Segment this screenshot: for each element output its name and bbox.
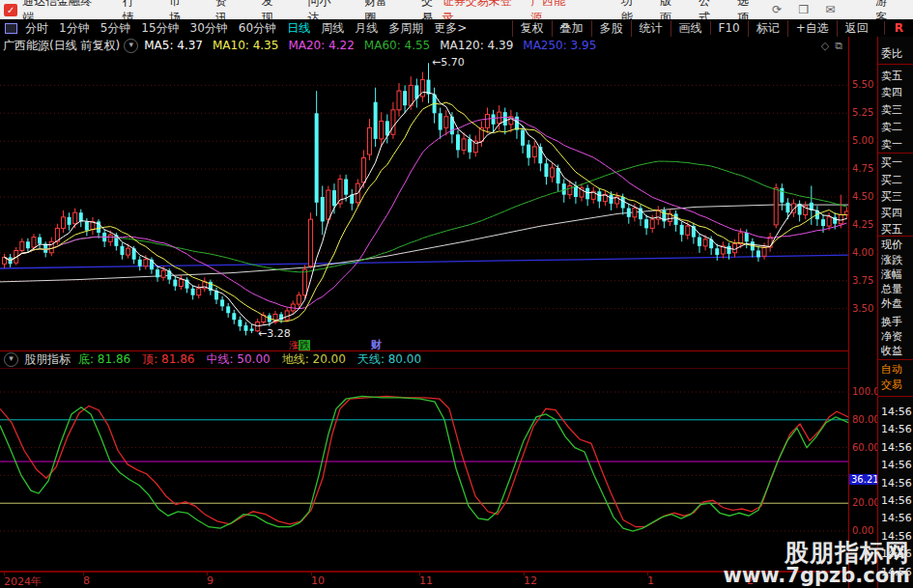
tool-复权[interactable]: 复权 bbox=[512, 20, 552, 37]
ma-label: MA250: 3.95 bbox=[523, 39, 596, 52]
tool-返回[interactable]: 返回 bbox=[837, 20, 876, 37]
tool-标记[interactable]: 标记 bbox=[748, 20, 787, 37]
chevron-down-icon[interactable]: ▾ bbox=[4, 352, 18, 367]
panel-separator bbox=[878, 64, 913, 65]
indicator-field-地线: 地线: 20.00 bbox=[282, 351, 346, 368]
r-badge[interactable]: R bbox=[884, 21, 903, 35]
time-tick-9: 9 bbox=[207, 574, 214, 587]
period-分时[interactable]: 分时 bbox=[25, 20, 48, 37]
panel-separator bbox=[878, 396, 913, 397]
ma-label: MA120: 4.39 bbox=[440, 39, 513, 52]
tool-+自选[interactable]: +自选 bbox=[787, 20, 837, 37]
indicator-field-中线: 中线: 50.00 bbox=[206, 351, 270, 368]
period-月线[interactable]: 月线 bbox=[355, 20, 378, 37]
quote-row-买四: 买四 bbox=[881, 206, 902, 220]
tool-F10[interactable]: F10 bbox=[710, 21, 748, 35]
quote-row-涨跌: 涨跌 bbox=[881, 253, 902, 267]
quote-panel: 委比卖五卖四卖三卖二卖一买一买二买三买四买五现价涨跌涨幅总量外盘换手净资收益自动… bbox=[877, 37, 913, 588]
quote-row-买三: 买三 bbox=[881, 189, 902, 204]
tool-统计[interactable]: 统计 bbox=[631, 20, 670, 37]
period-1分钟[interactable]: 1分钟 bbox=[59, 20, 90, 37]
tick-mark bbox=[311, 573, 312, 575]
period-tabs: 分时1分钟5分钟15分钟30分钟60分钟日线周线月线多周期更多> bbox=[25, 20, 467, 37]
time-tick-1: 1 bbox=[647, 574, 654, 587]
period-多周期[interactable]: 多周期 bbox=[388, 20, 423, 37]
price-tick: 3.50 bbox=[852, 303, 873, 314]
price-tick: 4.00 bbox=[852, 247, 873, 258]
auto-trade-自动[interactable]: 自动 bbox=[881, 362, 902, 377]
mobile-icon[interactable]: ❒ bbox=[798, 3, 809, 16]
quote-row-现价: 现价 bbox=[881, 238, 902, 252]
tick-time: 14:56 bbox=[881, 512, 912, 524]
app-logo-icon: ✓ bbox=[4, 4, 17, 16]
tick-time: 14:56 bbox=[881, 477, 912, 490]
history-icon[interactable]: ⟳ bbox=[772, 3, 782, 16]
tick-mark bbox=[4, 573, 5, 575]
indicator-name[interactable]: 股朋指标 bbox=[24, 351, 71, 368]
mail-icon[interactable]: ✉ bbox=[825, 3, 835, 16]
chart-title: 广西能源(日线 前复权) bbox=[3, 38, 120, 54]
panel-separator bbox=[878, 153, 913, 154]
svg-text:←3.28: ←3.28 bbox=[258, 327, 291, 340]
period-周线[interactable]: 周线 bbox=[321, 20, 344, 37]
tick-time: 14:56 bbox=[881, 406, 912, 418]
watermark-name: 股朋指标网 bbox=[723, 541, 910, 566]
price-tick: 4.50 bbox=[852, 191, 873, 202]
time-tick-11: 11 bbox=[419, 574, 433, 587]
period-60分钟[interactable]: 60分钟 bbox=[239, 20, 276, 37]
ma-label: MA20: 4.22 bbox=[288, 39, 354, 52]
ma-label: MA60: 4.55 bbox=[364, 39, 430, 52]
quote-row-总量: 总量 bbox=[881, 282, 902, 296]
time-tick-10: 10 bbox=[311, 574, 325, 587]
event-marker-1[interactable]: 财 bbox=[371, 340, 382, 350]
tdx-terminal-window: ✓ 通达信金融终端 行情市场资讯发现问小达财富圈交易 证券交易未登录广西能源 功… bbox=[0, 0, 913, 588]
quote-row-换手: 换手 bbox=[881, 315, 902, 329]
tick-mark bbox=[419, 573, 420, 575]
chart-header: 广西能源(日线 前复权) ▾ MA5: 4.37MA10: 4.35MA20: … bbox=[0, 37, 848, 54]
indicator-current-value: 36.21 bbox=[849, 474, 881, 485]
indicator-field-天线: 天线: 80.00 bbox=[357, 351, 421, 368]
chart-corner-icons: ◇⧉ bbox=[821, 40, 842, 52]
period-日线[interactable]: 日线 bbox=[287, 20, 310, 37]
event-marker-0[interactable]: 涨跌 bbox=[289, 340, 310, 350]
chart-tools: 复权叠加多股统计画线F10标记+自选返回 bbox=[512, 20, 876, 37]
layout-icon[interactable] bbox=[5, 23, 17, 34]
time-tick-8: 8 bbox=[83, 574, 90, 587]
indicator-values: 底: 81.86顶: 81.86中线: 50.00地线: 20.00天线: 80… bbox=[78, 351, 421, 368]
tick-mark bbox=[524, 573, 525, 575]
tick-mark bbox=[207, 573, 208, 575]
ma-label: MA5: 4.37 bbox=[144, 39, 203, 52]
price-tick: 5.00 bbox=[852, 135, 873, 146]
period-15分钟[interactable]: 15分钟 bbox=[141, 20, 179, 37]
period-更多>[interactable]: 更多> bbox=[434, 20, 467, 37]
window-icon[interactable]: ⧉ bbox=[835, 40, 842, 52]
indicator-field-顶: 顶: 81.86 bbox=[142, 351, 194, 368]
indicator-tick: 20.00 bbox=[852, 497, 880, 508]
quote-row-卖三: 卖三 bbox=[881, 102, 902, 117]
tick-mark bbox=[83, 573, 84, 575]
indicator-tick: 80.00 bbox=[852, 414, 880, 425]
chevron-down-icon[interactable]: ▾ bbox=[124, 39, 138, 53]
period-5分钟[interactable]: 5分钟 bbox=[100, 20, 131, 37]
tool-画线[interactable]: 画线 bbox=[670, 20, 710, 37]
panel-separator bbox=[878, 359, 913, 360]
tool-叠加[interactable]: 叠加 bbox=[552, 20, 591, 37]
indicator-tick: 0.00 bbox=[852, 525, 873, 536]
indicator-chart[interactable] bbox=[0, 369, 848, 571]
period-toolbar: 分时1分钟5分钟15分钟30分钟60分钟日线周线月线多周期更多> 复权叠加多股统… bbox=[0, 19, 913, 38]
candlestick-chart[interactable]: ←5.70←3.28 bbox=[0, 54, 848, 340]
price-axis: 5.505.255.004.754.504.254.003.753.50100.… bbox=[848, 37, 878, 588]
price-tick: 5.25 bbox=[852, 107, 873, 118]
period-30分钟[interactable]: 30分钟 bbox=[190, 20, 228, 37]
tool-多股[interactable]: 多股 bbox=[591, 20, 631, 37]
quote-row-卖一: 卖一 bbox=[881, 137, 902, 152]
quote-row-净资: 净资 bbox=[881, 329, 902, 344]
time-tick-12: 12 bbox=[524, 574, 537, 587]
tick-time: 14:56 bbox=[881, 494, 912, 507]
indicator-field-底: 底: 81.86 bbox=[78, 351, 130, 368]
diamond-icon[interactable]: ◇ bbox=[821, 40, 829, 52]
time-axis: 2024年8910111212 bbox=[0, 572, 848, 588]
auto-trade-交易[interactable]: 交易 bbox=[881, 378, 902, 392]
event-marker-text: 跌 bbox=[299, 340, 310, 350]
indicator-tick: 60.00 bbox=[852, 442, 880, 453]
